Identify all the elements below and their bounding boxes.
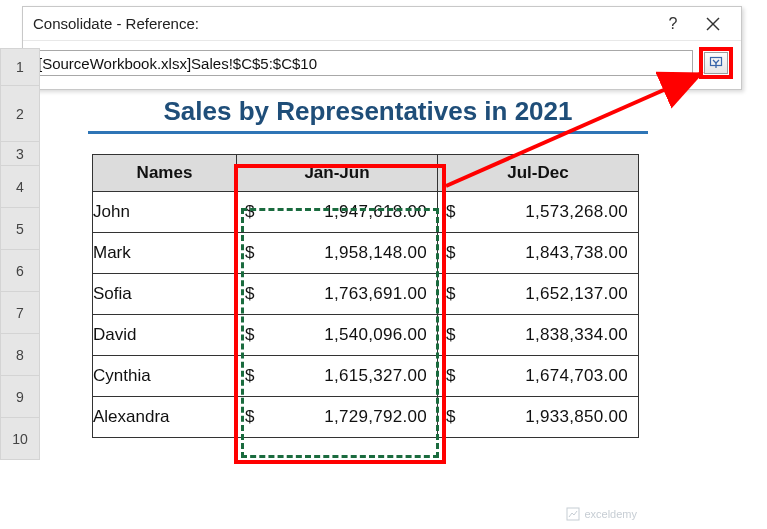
name-cell[interactable]: Mark bbox=[93, 233, 237, 274]
col-header-juldec: Jul-Dec bbox=[438, 155, 639, 192]
col-header-names: Names bbox=[93, 155, 237, 192]
amount-value: 1,958,148.00 bbox=[255, 243, 433, 263]
watermark: exceldemy bbox=[566, 507, 637, 521]
janjun-cell[interactable]: $1,540,096.00 bbox=[237, 315, 438, 356]
table-row: Sofia$1,763,691.00$1,652,137.00 bbox=[93, 274, 639, 315]
table-row: John$1,947,618.00$1,573,268.00 bbox=[93, 192, 639, 233]
consolidate-reference-dialog: Consolidate - Reference: ? bbox=[22, 6, 742, 90]
currency-symbol: $ bbox=[237, 366, 255, 386]
sheet-title: Sales by Representatives in 2021 bbox=[88, 86, 648, 134]
dialog-body bbox=[23, 41, 741, 89]
dialog-title: Consolidate - Reference: bbox=[33, 15, 655, 32]
juldec-cell[interactable]: $1,674,703.00 bbox=[438, 356, 639, 397]
amount-value: 1,947,618.00 bbox=[255, 202, 433, 222]
watermark-text: exceldemy bbox=[584, 508, 637, 520]
janjun-cell[interactable]: $1,958,148.00 bbox=[237, 233, 438, 274]
row-header[interactable]: 2 bbox=[0, 86, 40, 142]
juldec-cell[interactable]: $1,843,738.00 bbox=[438, 233, 639, 274]
janjun-cell[interactable]: $1,729,792.00 bbox=[237, 397, 438, 438]
row-header[interactable]: 7 bbox=[0, 292, 40, 334]
currency-symbol: $ bbox=[237, 243, 255, 263]
currency-symbol: $ bbox=[237, 202, 255, 222]
amount-value: 1,652,137.00 bbox=[456, 284, 634, 304]
currency-symbol: $ bbox=[438, 202, 456, 222]
name-cell[interactable]: David bbox=[93, 315, 237, 356]
currency-symbol: $ bbox=[438, 243, 456, 263]
close-icon bbox=[706, 17, 720, 31]
janjun-cell[interactable]: $1,763,691.00 bbox=[237, 274, 438, 315]
amount-value: 1,573,268.00 bbox=[456, 202, 634, 222]
sales-table: Names Jan-Jun Jul-Dec John$1,947,618.00$… bbox=[92, 154, 639, 438]
spacer-row bbox=[40, 134, 767, 154]
amount-value: 1,674,703.00 bbox=[456, 366, 634, 386]
dialog-help-button[interactable]: ? bbox=[655, 15, 691, 33]
row-headers: 1 2 3 4 5 6 7 8 9 10 bbox=[0, 48, 40, 460]
table-row: Alexandra$1,729,792.00$1,933,850.00 bbox=[93, 397, 639, 438]
name-cell[interactable]: Alexandra bbox=[93, 397, 237, 438]
amount-value: 1,838,334.00 bbox=[456, 325, 634, 345]
worksheet-area: Sales by Representatives in 2021 Names J… bbox=[40, 86, 767, 438]
table-row: David$1,540,096.00$1,838,334.00 bbox=[93, 315, 639, 356]
janjun-cell[interactable]: $1,947,618.00 bbox=[237, 192, 438, 233]
row-header[interactable]: 1 bbox=[0, 48, 40, 86]
reference-input[interactable] bbox=[31, 50, 693, 76]
name-cell[interactable]: John bbox=[93, 192, 237, 233]
row-header[interactable]: 8 bbox=[0, 334, 40, 376]
currency-symbol: $ bbox=[438, 366, 456, 386]
amount-value: 1,933,850.00 bbox=[456, 407, 634, 427]
amount-value: 1,843,738.00 bbox=[456, 243, 634, 263]
dialog-close-button[interactable] bbox=[691, 9, 735, 39]
juldec-cell[interactable]: $1,838,334.00 bbox=[438, 315, 639, 356]
amount-value: 1,540,096.00 bbox=[255, 325, 433, 345]
juldec-cell[interactable]: $1,933,850.00 bbox=[438, 397, 639, 438]
juldec-cell[interactable]: $1,652,137.00 bbox=[438, 274, 639, 315]
dialog-titlebar: Consolidate - Reference: ? bbox=[23, 7, 741, 41]
table-header-row: Names Jan-Jun Jul-Dec bbox=[93, 155, 639, 192]
row-header[interactable]: 9 bbox=[0, 376, 40, 418]
juldec-cell[interactable]: $1,573,268.00 bbox=[438, 192, 639, 233]
row-header[interactable]: 4 bbox=[0, 166, 40, 208]
amount-value: 1,763,691.00 bbox=[255, 284, 433, 304]
currency-symbol: $ bbox=[237, 325, 255, 345]
row-header[interactable]: 10 bbox=[0, 418, 40, 460]
janjun-cell[interactable]: $1,615,327.00 bbox=[237, 356, 438, 397]
col-header-janjun: Jan-Jun bbox=[237, 155, 438, 192]
row-header[interactable]: 5 bbox=[0, 208, 40, 250]
currency-symbol: $ bbox=[438, 325, 456, 345]
name-cell[interactable]: Sofia bbox=[93, 274, 237, 315]
amount-value: 1,615,327.00 bbox=[255, 366, 433, 386]
name-cell[interactable]: Cynthia bbox=[93, 356, 237, 397]
amount-value: 1,729,792.00 bbox=[255, 407, 433, 427]
table-row: Mark$1,958,148.00$1,843,738.00 bbox=[93, 233, 639, 274]
table-row: Cynthia$1,615,327.00$1,674,703.00 bbox=[93, 356, 639, 397]
currency-symbol: $ bbox=[438, 284, 456, 304]
currency-symbol: $ bbox=[237, 284, 255, 304]
expand-button-highlight bbox=[699, 47, 733, 79]
watermark-icon bbox=[566, 507, 580, 521]
expand-dialog-button[interactable] bbox=[704, 52, 728, 74]
row-header[interactable]: 6 bbox=[0, 250, 40, 292]
row-header[interactable]: 3 bbox=[0, 142, 40, 166]
expand-dialog-icon bbox=[709, 56, 723, 70]
currency-symbol: $ bbox=[237, 407, 255, 427]
currency-symbol: $ bbox=[438, 407, 456, 427]
